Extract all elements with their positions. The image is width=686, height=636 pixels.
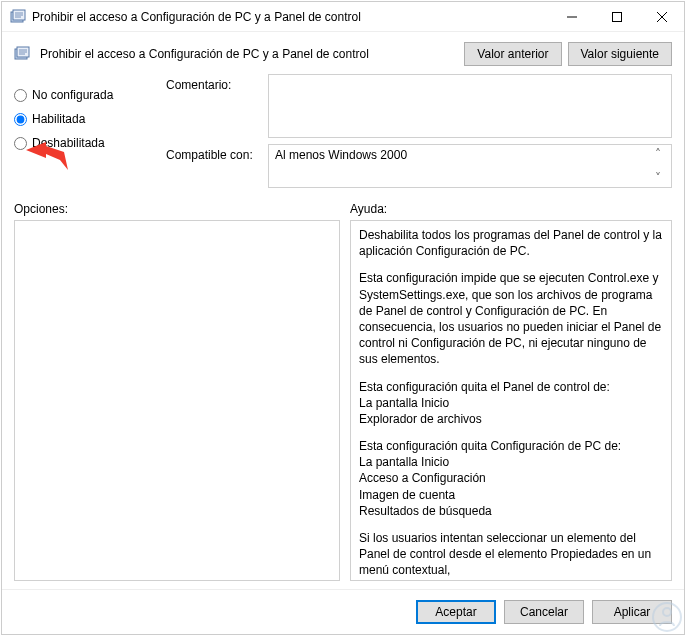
radio-disabled[interactable]: Deshabilitada <box>14 136 154 150</box>
minimize-button[interactable] <box>549 2 594 31</box>
radio-label: Habilitada <box>32 112 85 126</box>
cancel-button[interactable]: Cancelar <box>504 600 584 624</box>
supported-box: Al menos Windows 2000 ˄˅ <box>268 144 672 188</box>
close-button[interactable] <box>639 2 684 31</box>
options-label: Opciones: <box>14 202 350 216</box>
comment-textarea[interactable] <box>268 74 672 138</box>
watermark-icon <box>650 600 684 634</box>
maximize-button[interactable] <box>594 2 639 31</box>
spinner-icon: ˄˅ <box>655 147 669 185</box>
svg-rect-2 <box>612 12 621 21</box>
radio-label: Deshabilitada <box>32 136 105 150</box>
supported-value: Al menos Windows 2000 <box>275 148 407 162</box>
help-pane[interactable]: Deshabilita todos los programas del Pane… <box>350 220 672 581</box>
comment-label: Comentario: <box>166 74 258 138</box>
previous-setting-button[interactable]: Valor anterior <box>464 42 561 66</box>
svg-point-7 <box>663 608 671 616</box>
radio-enabled[interactable]: Habilitada <box>14 112 154 126</box>
help-text: Esta configuración quita Configuración d… <box>359 438 667 519</box>
radio-not-configured[interactable]: No configurada <box>14 88 154 102</box>
policy-icon <box>14 46 30 62</box>
radio-label: No configurada <box>32 88 113 102</box>
titlebar: Prohibir el acceso a Configuración de PC… <box>2 2 684 32</box>
options-pane <box>14 220 340 581</box>
radio-enabled-input[interactable] <box>14 113 27 126</box>
radio-not-configured-input[interactable] <box>14 89 27 102</box>
window-title: Prohibir el acceso a Configuración de PC… <box>32 10 549 24</box>
radio-disabled-input[interactable] <box>14 137 27 150</box>
help-text: Esta configuración impide que se ejecute… <box>359 270 667 367</box>
next-setting-button[interactable]: Valor siguiente <box>568 42 673 66</box>
policy-title: Prohibir el acceso a Configuración de PC… <box>40 47 454 61</box>
help-text: Deshabilita todos los programas del Pane… <box>359 227 667 259</box>
supported-label: Compatible con: <box>166 144 258 188</box>
ok-button[interactable]: Aceptar <box>416 600 496 624</box>
policy-icon <box>10 9 26 25</box>
help-label: Ayuda: <box>350 202 387 216</box>
help-text: Esta configuración quita el Panel de con… <box>359 379 667 428</box>
help-text: Si los usuarios intentan seleccionar un … <box>359 530 667 579</box>
